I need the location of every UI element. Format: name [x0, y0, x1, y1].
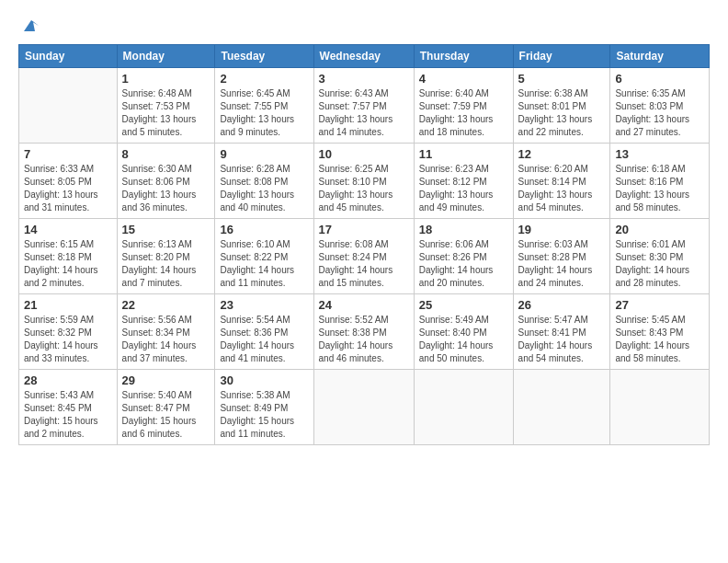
day-info: Sunrise: 5:38 AMSunset: 8:49 PMDaylight:… — [220, 389, 308, 441]
day-info: Sunrise: 6:01 AMSunset: 8:30 PMDaylight:… — [615, 238, 704, 290]
day-info: Sunrise: 5:49 AMSunset: 8:40 PMDaylight:… — [419, 314, 508, 365]
day-number: 13 — [615, 147, 704, 161]
day-info: Sunrise: 6:38 AMSunset: 8:01 PMDaylight:… — [518, 87, 606, 139]
day-number: 3 — [319, 72, 409, 86]
day-info: Sunrise: 6:25 AMSunset: 8:10 PMDaylight:… — [319, 163, 409, 214]
calendar-day-cell: 20Sunrise: 6:01 AMSunset: 8:30 PMDayligh… — [610, 219, 710, 294]
calendar-day-cell: 30Sunrise: 5:38 AMSunset: 8:49 PMDayligh… — [215, 370, 313, 445]
day-number: 5 — [518, 72, 606, 86]
day-number: 18 — [419, 223, 508, 236]
day-info: Sunrise: 6:06 AMSunset: 8:26 PMDaylight:… — [419, 238, 508, 290]
day-info: Sunrise: 5:43 AMSunset: 8:45 PMDaylight:… — [24, 389, 112, 441]
day-info: Sunrise: 5:52 AMSunset: 8:38 PMDaylight:… — [319, 314, 409, 365]
day-info: Sunrise: 6:13 AMSunset: 8:20 PMDaylight:… — [122, 238, 210, 290]
day-info: Sunrise: 6:43 AMSunset: 7:57 PMDaylight:… — [319, 87, 409, 139]
day-info: Sunrise: 5:59 AMSunset: 8:32 PMDaylight:… — [24, 314, 112, 365]
day-number: 12 — [518, 147, 606, 161]
calendar-day-cell: 27Sunrise: 5:45 AMSunset: 8:43 PMDayligh… — [610, 294, 710, 370]
day-number: 1 — [122, 72, 210, 86]
day-number: 8 — [122, 147, 210, 161]
calendar-header-monday: Monday — [117, 45, 215, 68]
day-number: 6 — [615, 72, 704, 86]
calendar-week-row: 1Sunrise: 6:48 AMSunset: 7:53 PMDaylight… — [19, 68, 710, 144]
calendar-day-cell — [414, 370, 513, 445]
calendar-header-sunday: Sunday — [19, 45, 118, 68]
day-number: 17 — [319, 223, 409, 236]
calendar-day-cell: 29Sunrise: 5:40 AMSunset: 8:47 PMDayligh… — [117, 370, 215, 445]
day-number: 20 — [615, 223, 704, 236]
calendar-header-tuesday: Tuesday — [215, 45, 313, 68]
day-info: Sunrise: 6:28 AMSunset: 8:08 PMDaylight:… — [220, 163, 308, 214]
day-info: Sunrise: 6:10 AMSunset: 8:22 PMDaylight:… — [220, 238, 308, 290]
calendar-day-cell: 1Sunrise: 6:48 AMSunset: 7:53 PMDaylight… — [117, 68, 215, 144]
day-info: Sunrise: 6:40 AMSunset: 7:59 PMDaylight:… — [419, 87, 508, 139]
calendar-day-cell: 6Sunrise: 6:35 AMSunset: 8:03 PMDaylight… — [610, 68, 710, 144]
day-number: 14 — [24, 223, 112, 236]
calendar-week-row: 28Sunrise: 5:43 AMSunset: 8:45 PMDayligh… — [19, 370, 710, 445]
day-number: 24 — [319, 298, 409, 312]
day-info: Sunrise: 6:23 AMSunset: 8:12 PMDaylight:… — [419, 163, 508, 214]
day-info: Sunrise: 5:47 AMSunset: 8:41 PMDaylight:… — [518, 314, 606, 365]
day-info: Sunrise: 6:33 AMSunset: 8:05 PMDaylight:… — [24, 163, 112, 214]
day-number: 27 — [615, 298, 704, 312]
day-info: Sunrise: 5:45 AMSunset: 8:43 PMDaylight:… — [615, 314, 704, 365]
day-number: 28 — [24, 373, 112, 387]
calendar-day-cell: 15Sunrise: 6:13 AMSunset: 8:20 PMDayligh… — [117, 219, 215, 294]
calendar-day-cell: 3Sunrise: 6:43 AMSunset: 7:57 PMDaylight… — [313, 68, 414, 144]
day-number: 2 — [220, 72, 308, 86]
day-number: 23 — [220, 298, 308, 312]
calendar-day-cell: 17Sunrise: 6:08 AMSunset: 8:24 PMDayligh… — [313, 219, 414, 294]
calendar-day-cell: 16Sunrise: 6:10 AMSunset: 8:22 PMDayligh… — [215, 219, 313, 294]
calendar-day-cell: 7Sunrise: 6:33 AMSunset: 8:05 PMDaylight… — [19, 144, 118, 219]
day-number: 7 — [24, 147, 112, 161]
calendar-header-saturday: Saturday — [610, 45, 710, 68]
day-info: Sunrise: 6:08 AMSunset: 8:24 PMDaylight:… — [319, 238, 409, 290]
day-info: Sunrise: 5:40 AMSunset: 8:47 PMDaylight:… — [122, 389, 210, 441]
calendar-day-cell: 24Sunrise: 5:52 AMSunset: 8:38 PMDayligh… — [313, 294, 414, 370]
day-number: 11 — [419, 147, 508, 161]
calendar-day-cell: 25Sunrise: 5:49 AMSunset: 8:40 PMDayligh… — [414, 294, 513, 370]
calendar-week-row: 14Sunrise: 6:15 AMSunset: 8:18 PMDayligh… — [19, 219, 710, 294]
calendar-day-cell: 19Sunrise: 6:03 AMSunset: 8:28 PMDayligh… — [513, 219, 610, 294]
day-info: Sunrise: 5:54 AMSunset: 8:36 PMDaylight:… — [220, 314, 308, 365]
calendar-day-cell: 14Sunrise: 6:15 AMSunset: 8:18 PMDayligh… — [19, 219, 118, 294]
day-number: 26 — [518, 298, 606, 312]
day-number: 29 — [122, 373, 210, 387]
day-number: 15 — [122, 223, 210, 236]
calendar-day-cell: 4Sunrise: 6:40 AMSunset: 7:59 PMDaylight… — [414, 68, 513, 144]
day-number: 4 — [419, 72, 508, 86]
day-info: Sunrise: 6:20 AMSunset: 8:14 PMDaylight:… — [518, 163, 606, 214]
day-info: Sunrise: 6:30 AMSunset: 8:06 PMDaylight:… — [122, 163, 210, 214]
day-info: Sunrise: 6:18 AMSunset: 8:16 PMDaylight:… — [615, 163, 704, 214]
calendar-day-cell: 21Sunrise: 5:59 AMSunset: 8:32 PMDayligh… — [19, 294, 118, 370]
day-info: Sunrise: 6:45 AMSunset: 7:55 PMDaylight:… — [220, 87, 308, 139]
calendar-day-cell: 10Sunrise: 6:25 AMSunset: 8:10 PMDayligh… — [313, 144, 414, 219]
day-number: 10 — [319, 147, 409, 161]
calendar-week-row: 21Sunrise: 5:59 AMSunset: 8:32 PMDayligh… — [19, 294, 710, 370]
logo-bird-icon — [20, 15, 40, 35]
calendar-day-cell: 2Sunrise: 6:45 AMSunset: 7:55 PMDaylight… — [215, 68, 313, 144]
day-number: 19 — [518, 223, 606, 236]
day-info: Sunrise: 6:15 AMSunset: 8:18 PMDaylight:… — [24, 238, 112, 290]
day-number: 16 — [220, 223, 308, 236]
day-number: 22 — [122, 298, 210, 312]
calendar-day-cell: 9Sunrise: 6:28 AMSunset: 8:08 PMDaylight… — [215, 144, 313, 219]
calendar-day-cell: 12Sunrise: 6:20 AMSunset: 8:14 PMDayligh… — [513, 144, 610, 219]
calendar-day-cell — [19, 68, 118, 144]
calendar-day-cell — [610, 370, 710, 445]
calendar-day-cell: 23Sunrise: 5:54 AMSunset: 8:36 PMDayligh… — [215, 294, 313, 370]
day-number: 9 — [220, 147, 308, 161]
calendar-day-cell: 13Sunrise: 6:18 AMSunset: 8:16 PMDayligh… — [610, 144, 710, 219]
calendar-header-row: SundayMondayTuesdayWednesdayThursdayFrid… — [19, 45, 710, 68]
calendar-day-cell — [513, 370, 610, 445]
day-info: Sunrise: 6:03 AMSunset: 8:28 PMDaylight:… — [518, 238, 606, 290]
calendar-header-friday: Friday — [513, 45, 610, 68]
calendar-day-cell: 8Sunrise: 6:30 AMSunset: 8:06 PMDaylight… — [117, 144, 215, 219]
calendar-week-row: 7Sunrise: 6:33 AMSunset: 8:05 PMDaylight… — [19, 144, 710, 219]
calendar-day-cell: 5Sunrise: 6:38 AMSunset: 8:01 PMDaylight… — [513, 68, 610, 144]
calendar-header-wednesday: Wednesday — [313, 45, 414, 68]
page: SundayMondayTuesdayWednesdayThursdayFrid… — [0, 0, 728, 563]
calendar-table: SundayMondayTuesdayWednesdayThursdayFrid… — [18, 44, 710, 445]
day-number: 30 — [220, 373, 308, 387]
day-info: Sunrise: 6:48 AMSunset: 7:53 PMDaylight:… — [122, 87, 210, 139]
